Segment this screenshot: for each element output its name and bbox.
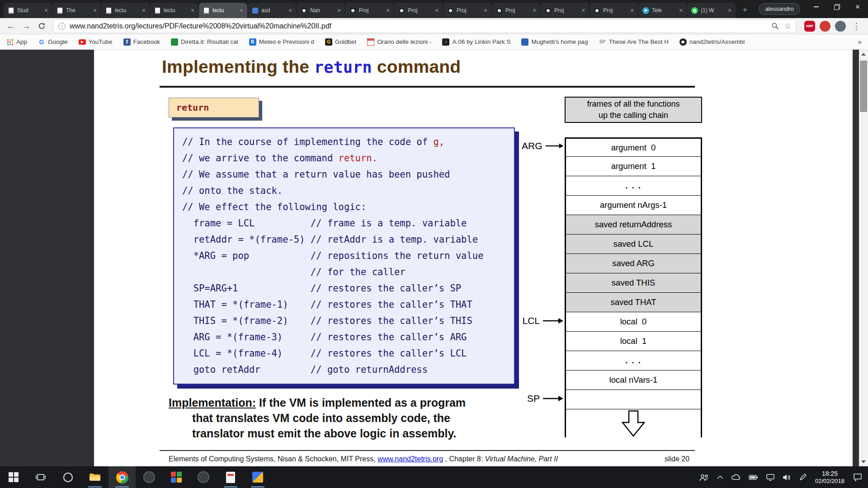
extension-icon-red[interactable] (820, 21, 830, 32)
close-button[interactable] (847, 0, 868, 14)
bookmark-item[interactable]: YouTube (79, 38, 113, 45)
taskbar-clock[interactable]: 18:25 02/02/2018 (811, 470, 849, 485)
bookmark-item[interactable]: G Goldbet (325, 38, 356, 46)
app-icon (171, 472, 182, 483)
profile-chip[interactable]: alessandro (759, 3, 800, 15)
tab-close-icon[interactable] (385, 7, 391, 14)
tab-favicon (593, 7, 600, 14)
browser-tab[interactable]: Tele (638, 3, 687, 18)
code-line: LCL = *(frame-4) // restores the caller’… (182, 345, 514, 361)
tab-title: Proj (359, 7, 382, 14)
taskbar-app-document[interactable] (217, 466, 244, 488)
footer-divider (160, 450, 695, 451)
people-button[interactable] (695, 466, 713, 488)
browser-tab[interactable]: Proj (541, 3, 589, 18)
scroll-up-button[interactable] (859, 50, 868, 59)
browser-menu-icon[interactable]: ⋮ (849, 21, 864, 31)
tab-close-icon[interactable] (531, 7, 538, 14)
browser-tab[interactable]: Proj (590, 3, 638, 18)
page-info-icon[interactable]: i (58, 23, 66, 30)
action-center-button[interactable] (849, 466, 866, 488)
browser-tab[interactable]: lectu (199, 3, 247, 18)
tab-close-icon[interactable] (287, 7, 293, 14)
tab-close-icon[interactable] (92, 7, 98, 14)
tab-close-icon[interactable] (678, 7, 684, 14)
bookmark-item[interactable]: App (6, 38, 27, 46)
browser-tab[interactable]: Proj (492, 3, 540, 18)
tab-close-icon[interactable] (482, 7, 489, 14)
browser-tab[interactable]: lectu (101, 3, 150, 18)
new-tab-button[interactable] (740, 5, 750, 15)
extension-icon-gray[interactable] (835, 21, 846, 32)
adblock-extension-icon[interactable]: ABP (804, 21, 815, 32)
zoom-icon[interactable] (771, 22, 779, 30)
windows-logo-icon (9, 472, 19, 482)
start-button[interactable] (0, 466, 27, 488)
tray-expand-button[interactable] (713, 466, 727, 488)
browser-tab[interactable]: (1) W (687, 3, 736, 18)
tab-close-icon[interactable] (434, 7, 440, 14)
browser-tab[interactable]: lectu (150, 3, 198, 18)
back-button[interactable]: ← (4, 19, 18, 33)
bookmark-item[interactable]: ♪ A.06 by Linkin Park S (442, 38, 510, 46)
tab-close-icon[interactable] (726, 7, 733, 14)
address-bar[interactable]: i www.nand2tetris.org/lectures/PDF/lectu… (53, 19, 796, 33)
taskbar-app-grid[interactable] (163, 466, 190, 488)
battery-button[interactable] (745, 466, 762, 488)
tray-cloud-button[interactable] (727, 466, 745, 488)
tab-close-icon[interactable] (43, 7, 49, 14)
scrollbar[interactable] (859, 50, 868, 466)
taskbar-app-dark-2[interactable] (190, 466, 217, 488)
bookmark-item[interactable]: Diretta.it: Risultati cal (171, 38, 238, 46)
tab-close-icon[interactable] (141, 7, 147, 14)
bookmarks-overflow-icon[interactable]: » (858, 38, 862, 46)
bookmark-item[interactable]: Mughetti's home pag (521, 38, 588, 46)
tab-title: Tele (652, 7, 675, 14)
restore-button[interactable] (826, 0, 847, 14)
tabs: Stud The lectu lectu lectu (4, 3, 736, 18)
footer-link[interactable]: www.nand2tetris.org (377, 455, 443, 463)
tab-close-icon[interactable] (580, 7, 586, 14)
tab-close-icon[interactable] (189, 7, 196, 14)
cortana-button[interactable] (54, 466, 81, 488)
bookmark-star-icon[interactable]: ☆ (784, 22, 791, 30)
browser-tab[interactable]: Nan (297, 3, 345, 18)
taskbar-app-dark-1[interactable] (136, 466, 163, 488)
browser-tab[interactable]: Proj (345, 3, 394, 18)
tab-title: Proj (554, 7, 577, 14)
taskbar-app-photos[interactable] (244, 466, 271, 488)
tab-strip: Stud The lectu lectu lectu (0, 0, 868, 18)
bookmark-item[interactable]: B Meteo e Previsioni d (249, 38, 314, 46)
task-view-button[interactable] (27, 466, 54, 488)
tab-close-icon[interactable] (629, 7, 635, 14)
browser-tab[interactable]: Stud (4, 3, 52, 18)
browser-tab[interactable]: asd (248, 3, 296, 18)
scrollbar-thumb[interactable] (860, 61, 867, 112)
volume-button[interactable] (778, 466, 795, 488)
bookmark-item[interactable]: f Facebook (123, 38, 160, 46)
url-text[interactable]: www.nand2tetris.org/lectures/PDF/lecture… (70, 22, 767, 30)
bookmark-item[interactable]: nand2tetris/Assembl (679, 38, 745, 46)
browser-tab[interactable]: The (52, 3, 101, 18)
scroll-down-button[interactable] (859, 457, 868, 466)
pen-button[interactable] (795, 466, 811, 488)
tab-favicon (7, 7, 14, 14)
bookmark-item[interactable]: G Google (38, 38, 68, 46)
tab-close-icon[interactable] (336, 7, 342, 14)
bookmark-label: Google (48, 38, 68, 45)
taskbar-file-explorer[interactable] (81, 466, 108, 488)
tab-favicon (251, 7, 259, 14)
tab-close-icon[interactable] (238, 7, 245, 14)
task-view-icon (36, 474, 46, 481)
browser-tab[interactable]: Proj (443, 3, 491, 18)
tab-favicon (544, 7, 552, 14)
bookmark-item[interactable]: Orario delle lezioni - (367, 38, 431, 46)
forward-button[interactable]: → (19, 19, 33, 33)
network-button[interactable] (762, 466, 778, 488)
reload-button[interactable] (34, 19, 49, 33)
minimize-button[interactable] (806, 0, 826, 14)
taskbar-chrome[interactable] (108, 466, 136, 488)
browser-tab[interactable]: Proj (394, 3, 443, 18)
bookmark-item[interactable]: SP These Are The Best H (599, 38, 669, 46)
reload-icon (38, 22, 46, 30)
